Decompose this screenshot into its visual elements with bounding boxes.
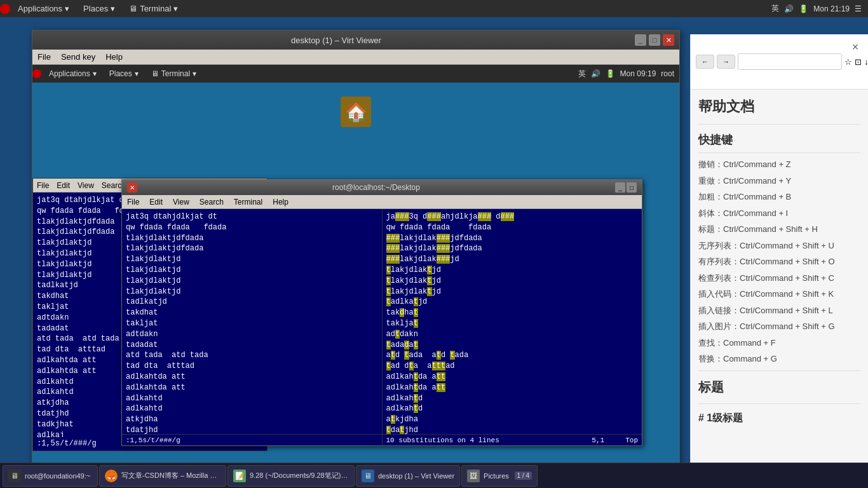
- shortcuts-section-title: 快捷键: [698, 132, 860, 147]
- lp-20: atkjdha: [126, 414, 378, 425]
- rp-17: adlkahtda att: [386, 383, 639, 393]
- virt-viewer-maximize[interactable]: □: [649, 34, 660, 46]
- virt-taskbar-icon: 🖥: [362, 470, 374, 482]
- rp-back-btn[interactable]: ←: [696, 55, 714, 69]
- right-panel: ← → ☆ ⊡ ↓ ⌂ ☰ 保存草稿 发布文章 👤 × 帮助文档 快捷键 撤销：…: [690, 34, 868, 488]
- vm-apps-chevron: ▾: [93, 69, 97, 78]
- lp-18: adlkahtd: [126, 393, 378, 404]
- virt-menu-file[interactable]: File: [32, 51, 56, 63]
- rp-close-btn[interactable]: ×: [848, 39, 863, 55]
- terminal-label: Terminal: [140, 4, 171, 13]
- applications-chevron: ▾: [65, 4, 69, 13]
- rp-3: ###lakjdlak###jdfdada: [386, 233, 639, 244]
- taskbar-item-firefox[interactable]: 🦊 写文章-CSDN博客 – Mozilla Fire...: [99, 465, 226, 487]
- vm-applications[interactable]: Applications ▾: [44, 65, 102, 83]
- lp-17: adlkahtda att: [126, 383, 378, 393]
- vm-term-close[interactable]: ✕: [127, 182, 137, 193]
- rp-star-btn[interactable]: ☆: [844, 53, 852, 70]
- lp-4: tlakjdlaktjdfdada: [126, 243, 378, 254]
- virt-menu-help[interactable]: Help: [100, 51, 128, 63]
- left-pane-statusbar: :1,5s/t/###/g: [122, 434, 382, 445]
- shortcut-undo: 撤销：Ctrl/Command + Z: [698, 158, 860, 171]
- shortcut-italic: 斜体：Ctrl/Command + I: [698, 207, 860, 220]
- vm-terminal-chevron: ▾: [193, 69, 196, 78]
- places-label: Places: [83, 4, 108, 13]
- shortcut-replace: 替换：Command + G: [698, 353, 860, 365]
- virt-menu-sendkey[interactable]: Send key: [56, 51, 100, 63]
- rp-top: Top: [625, 437, 638, 444]
- lp-15: tad dta atttad: [126, 361, 378, 372]
- taskbar-item-pictures[interactable]: 🖼 Pictures 1 / 4: [461, 465, 538, 487]
- topbar-applications[interactable]: Applications ▾: [11, 0, 76, 17]
- shortcut-checklist: 检查列表：Ctrl/Command + Shift + C: [698, 272, 860, 285]
- vm-topbar-left: Applications ▾ Places ▾ 🖥 Terminal ▾: [32, 65, 201, 83]
- vm-term-menu-view[interactable]: View: [168, 195, 194, 209]
- vm-home-folder[interactable]: 🏠: [341, 97, 371, 127]
- rp-14: atd tada atd tada: [386, 350, 639, 361]
- rp-forward-btn[interactable]: →: [717, 55, 735, 69]
- vm-terminal-menu[interactable]: 🖥 Terminal ▾: [146, 65, 201, 83]
- lp-2: qw fdada fdada fdada: [126, 222, 378, 233]
- clock: Mon 21:19: [813, 4, 850, 13]
- vm-places-chevron: ▾: [135, 69, 139, 78]
- term-right-pane: ja###3q d###ahjdlkja### d### qw fdada fd…: [383, 209, 642, 445]
- vm-term-menu-edit[interactable]: Edit: [144, 195, 168, 209]
- rp-13: tadadat: [386, 340, 639, 351]
- topbar-places[interactable]: Places ▾: [77, 0, 121, 17]
- vm-term-right-controls: _ □: [615, 182, 637, 193]
- vm-term-menu-search[interactable]: Search: [194, 195, 229, 209]
- rp-15: tad dta atttad: [386, 361, 639, 372]
- vm-term-max[interactable]: □: [627, 182, 637, 193]
- rp-11: takljat: [386, 318, 639, 329]
- topbar-terminal[interactable]: 🖥 Terminal ▾: [123, 0, 184, 17]
- taskbar-firefox-label: 写文章-CSDN博客 – Mozilla Fire...: [121, 471, 220, 480]
- rp-5: ###lakjdlak###jd: [386, 254, 639, 265]
- rp-download-btn[interactable]: ↓: [864, 53, 868, 70]
- shortcut-ul: 无序列表：Ctrl/Command + Shift + U: [698, 240, 860, 252]
- page-counter: 1 / 4: [515, 471, 532, 480]
- lp-11: takljat: [126, 318, 378, 329]
- rp-status-right: 5,1 Top: [592, 437, 638, 444]
- rp-home-btn[interactable]: ⊡: [855, 53, 862, 70]
- vm-term-min[interactable]: _: [615, 182, 625, 193]
- shortcut-code: 插入代码：Ctrl/Command + Shift + K: [698, 288, 860, 301]
- lp-5: tlakjdlaktjd: [126, 254, 378, 265]
- rp-7: tlakjdlaktjd: [386, 276, 639, 287]
- system-topbar: Applications ▾ Places ▾ 🖥 Terminal ▾ 英 🔊…: [0, 0, 868, 17]
- help-panel-title: 帮助文档: [698, 97, 860, 116]
- lp-14: atd tada atd tada: [126, 350, 378, 361]
- term-left-pane: jat3q dtahjdlkjat dt qw fdada fdada fdad…: [122, 209, 383, 445]
- lp-3: tlakjdlaktjdfdada: [126, 233, 378, 244]
- rp-20: atkjdha: [386, 414, 639, 425]
- rp-search-input[interactable]: [738, 53, 842, 70]
- vm-term-menu-file[interactable]: File: [122, 195, 144, 209]
- outer-term-file[interactable]: File: [33, 179, 53, 193]
- virt-viewer-minimize[interactable]: _: [635, 34, 646, 46]
- shortcut-heading: 标题：Ctrl/Command + Shift + H: [698, 223, 860, 236]
- virt-viewer-title: desktop (1) – Virt Viewer: [37, 36, 635, 45]
- shortcut-redo: 重做：Ctrl/Command + Y: [698, 175, 860, 187]
- help-divider-2: [698, 152, 860, 153]
- taskbar-item-terminal[interactable]: 🖥 root@foundation49:~: [3, 465, 98, 487]
- lp-10: takdhat: [126, 308, 378, 318]
- vm-clock: Mon 09:19: [620, 69, 656, 78]
- vm-terminal-titlebar: ✕ root@localhost:~/Desktop _ □: [122, 180, 642, 195]
- rp-18: adlkahtd: [386, 393, 639, 404]
- rp-10: takdhat: [386, 308, 639, 318]
- vm-bat-icon: 🔋: [606, 69, 615, 78]
- vm-term-menu-terminal[interactable]: Terminal: [229, 195, 268, 209]
- terminal-chevron: ▾: [173, 4, 178, 13]
- virt-viewer-close[interactable]: ✕: [663, 34, 674, 46]
- home-icon-symbol: 🏠: [345, 102, 367, 123]
- outer-term-edit[interactable]: Edit: [53, 179, 74, 193]
- taskbar-item-virt[interactable]: 🖥 desktop (1) – Virt Viewer: [356, 465, 460, 487]
- rp-status-text: 10 substitutions on 4 lines: [386, 437, 499, 444]
- vm-lang: 英: [578, 69, 586, 79]
- vm-places[interactable]: Places ▾: [104, 65, 144, 83]
- vm-topbar-right: 英 🔊 🔋 Mon 09:19 root: [578, 69, 679, 79]
- outer-term-view[interactable]: View: [74, 179, 98, 193]
- right-pane-statusbar: 10 substitutions on 4 lines 5,1 Top: [383, 434, 642, 445]
- vm-terminal-window: ✕ root@localhost:~/Desktop _ □ File Edit…: [121, 179, 642, 446]
- vm-term-menu-help[interactable]: Help: [268, 195, 294, 209]
- taskbar-item-notepad[interactable]: 📝 9.28 (~/Documents/9.28笔记) –...: [227, 465, 355, 487]
